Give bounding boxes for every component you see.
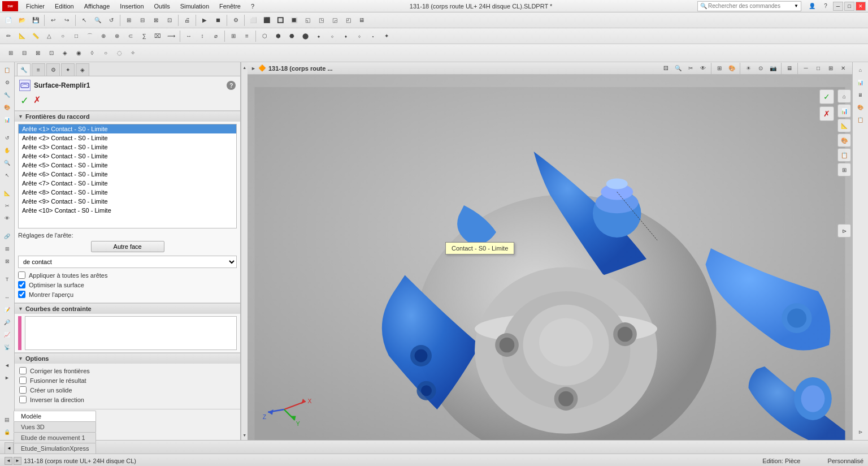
edge-item[interactable]: Arête <1> Contact - S0 - Limite bbox=[19, 124, 236, 133]
play-btn[interactable]: ▶ bbox=[198, 14, 211, 27]
tools-btn3[interactable]: ⊠ bbox=[150, 14, 162, 27]
opt-checkbox-opt1[interactable] bbox=[19, 367, 27, 374]
surf-btn6[interactable]: ⬦ bbox=[326, 30, 338, 42]
view-zoom-icon[interactable]: 🔍 bbox=[672, 63, 684, 74]
view-btn8[interactable]: ◰ bbox=[342, 14, 354, 27]
surf-btn8[interactable]: ⬨ bbox=[353, 30, 366, 42]
display-mode-icon[interactable]: ⊞ bbox=[714, 63, 725, 74]
bottom-tab-etude-de-mouvement-1[interactable]: Etude de mouvement 1 bbox=[14, 432, 96, 443]
pan-icon[interactable]: ✋ bbox=[2, 145, 13, 156]
sketch-btn7[interactable]: ⌒ bbox=[84, 30, 96, 42]
scene-icon[interactable]: ☀ bbox=[743, 63, 754, 74]
opt-checkbox-opt2[interactable] bbox=[19, 377, 27, 384]
mate-icon[interactable]: 🔗 bbox=[2, 231, 13, 242]
shadow-icon[interactable]: ⊙ bbox=[755, 63, 766, 74]
property-icon[interactable]: ⚙ bbox=[2, 77, 13, 88]
appearance-overlay-btn[interactable]: 🎨 bbox=[837, 133, 851, 147]
surf-btn1[interactable]: ⬡ bbox=[258, 30, 271, 42]
checkbox-cb1[interactable] bbox=[18, 271, 25, 279]
viewport-cancel-button[interactable]: ✗ bbox=[819, 106, 834, 121]
right-home-icon[interactable]: ⌂ bbox=[855, 64, 866, 76]
menu-simulation[interactable]: Simulation bbox=[176, 2, 214, 11]
cm-btn6[interactable]: ◉ bbox=[72, 47, 85, 59]
sketch-btn2[interactable]: 📐 bbox=[16, 30, 28, 42]
bottom-tab-etude_simulationxpress[interactable]: Etude_SimulationXpress bbox=[14, 443, 96, 454]
help-button[interactable]: ? bbox=[227, 81, 236, 90]
checkbox-cb3[interactable] bbox=[18, 291, 25, 298]
view-section-icon[interactable]: ✂ bbox=[685, 63, 696, 74]
camera-icon[interactable]: 📷 bbox=[767, 63, 779, 74]
dim-btn3[interactable]: ⌀ bbox=[210, 30, 222, 42]
restore-button[interactable]: □ bbox=[844, 2, 854, 11]
rotate-btn[interactable]: ↺ bbox=[105, 14, 118, 27]
home-view-btn[interactable]: ⌂ bbox=[837, 89, 851, 103]
status-next-btn[interactable]: ► bbox=[14, 457, 21, 465]
tab-plus[interactable]: ✦ bbox=[61, 63, 75, 76]
edge-item[interactable]: Arête <8> Contact - S0 - Limite bbox=[19, 188, 236, 197]
close-v-icon[interactable]: ✕ bbox=[837, 63, 849, 74]
scroll-down-arrow[interactable]: ▼ bbox=[242, 431, 248, 439]
view-btn4[interactable]: 🔳 bbox=[288, 14, 300, 27]
checkbox-cb2[interactable] bbox=[18, 281, 25, 288]
add-btn[interactable]: ⊞ bbox=[227, 30, 240, 42]
sketch-btn10[interactable]: ⊂ bbox=[124, 30, 137, 42]
frontieres-header[interactable]: ▼ Frontières du raccord bbox=[15, 111, 240, 122]
new-btn[interactable]: 📄 bbox=[2, 14, 15, 27]
monitor-btn[interactable]: 🖥 bbox=[355, 14, 368, 27]
view-btn1[interactable]: ⬜ bbox=[247, 14, 259, 27]
surf-btn3[interactable]: ⬣ bbox=[285, 30, 298, 42]
sketch-btn3[interactable]: 📏 bbox=[29, 30, 42, 42]
restore-v-icon[interactable]: □ bbox=[813, 63, 824, 74]
view-btn5[interactable]: ◱ bbox=[301, 14, 314, 27]
sketch-btn11[interactable]: ∑ bbox=[138, 30, 150, 42]
right-table-icon[interactable]: 📋 bbox=[855, 114, 866, 126]
dim-btn1[interactable]: ↔ bbox=[183, 30, 195, 42]
right-bottom-icon[interactable]: ⊳ bbox=[855, 426, 866, 438]
autre-face-button[interactable]: Autre face bbox=[91, 241, 164, 252]
tools-btn1[interactable]: ⊞ bbox=[123, 14, 135, 27]
view-btn2[interactable]: ⬛ bbox=[261, 14, 273, 27]
edge-list[interactable]: Arête <1> Contact - S0 - LimiteArête <2>… bbox=[18, 124, 237, 228]
view-btn7[interactable]: ◲ bbox=[328, 14, 341, 27]
cm-btn10[interactable]: ✧ bbox=[127, 47, 139, 59]
select-btn[interactable]: ↖ bbox=[78, 14, 90, 27]
edge-item[interactable]: Arête <2> Contact - S0 - Limite bbox=[19, 133, 236, 143]
lock-icon[interactable]: 🔒 bbox=[2, 426, 13, 438]
min-v-icon[interactable]: ─ bbox=[800, 63, 811, 74]
opt-checkbox-opt3[interactable] bbox=[19, 386, 27, 394]
cm-btn1[interactable]: ⊞ bbox=[5, 47, 17, 59]
rotate-icon[interactable]: ↺ bbox=[2, 132, 13, 144]
open-btn[interactable]: 📂 bbox=[16, 14, 28, 27]
cm-btn7[interactable]: ◊ bbox=[86, 47, 98, 59]
tab-property[interactable]: ≡ bbox=[32, 63, 45, 76]
stop-btn[interactable]: ⏹ bbox=[212, 14, 224, 27]
status-prev-btn[interactable]: ◄ bbox=[5, 457, 12, 465]
close-button[interactable]: ✕ bbox=[856, 2, 866, 11]
cm-btn3[interactable]: ⊠ bbox=[32, 47, 44, 59]
sketch-btn1[interactable]: ✏ bbox=[2, 30, 15, 42]
data-overlay-btn[interactable]: 📋 bbox=[837, 148, 851, 162]
view-hide-icon[interactable]: 👁 bbox=[697, 63, 709, 74]
analysis-icon[interactable]: 📈 bbox=[2, 329, 13, 340]
mod-btn[interactable]: ≡ bbox=[241, 30, 253, 42]
menu-help[interactable]: ? bbox=[246, 2, 259, 11]
tab-config[interactable]: ⚙ bbox=[46, 63, 60, 76]
scroll-up-arrow[interactable]: ▲ bbox=[242, 63, 248, 71]
edge-item[interactable]: Arête <3> Contact - S0 - Limite bbox=[19, 143, 236, 152]
bottom-tab-vues-3d[interactable]: Vues 3D bbox=[14, 421, 96, 432]
edge-item[interactable]: Arête <5> Contact - S0 - Limite bbox=[19, 161, 236, 170]
cm-btn4[interactable]: ⊡ bbox=[45, 47, 58, 59]
edge-item[interactable]: Arête <6> Contact - S0 - Limite bbox=[19, 170, 236, 179]
bottom-tab-modèle[interactable]: Modèle bbox=[14, 411, 96, 422]
right-display-icon[interactable]: 🖥 bbox=[855, 89, 866, 101]
right-render-icon[interactable]: 🎨 bbox=[855, 102, 866, 113]
view-orient-icon[interactable]: ⚄ bbox=[660, 63, 671, 74]
appearance-v-icon[interactable]: 🎨 bbox=[726, 63, 737, 74]
tools-btn4[interactable]: ⊡ bbox=[163, 14, 176, 27]
menu-insertion[interactable]: Insertion bbox=[115, 2, 148, 11]
ok-button[interactable]: ✓ bbox=[19, 94, 30, 107]
sketch-btn9[interactable]: ⊗ bbox=[111, 30, 123, 42]
courbes-header[interactable]: ▼ Courbes de contrainte bbox=[15, 303, 240, 314]
sketch-btn8[interactable]: ⊕ bbox=[97, 30, 110, 42]
layer-icon[interactable]: ▤ bbox=[2, 414, 13, 425]
